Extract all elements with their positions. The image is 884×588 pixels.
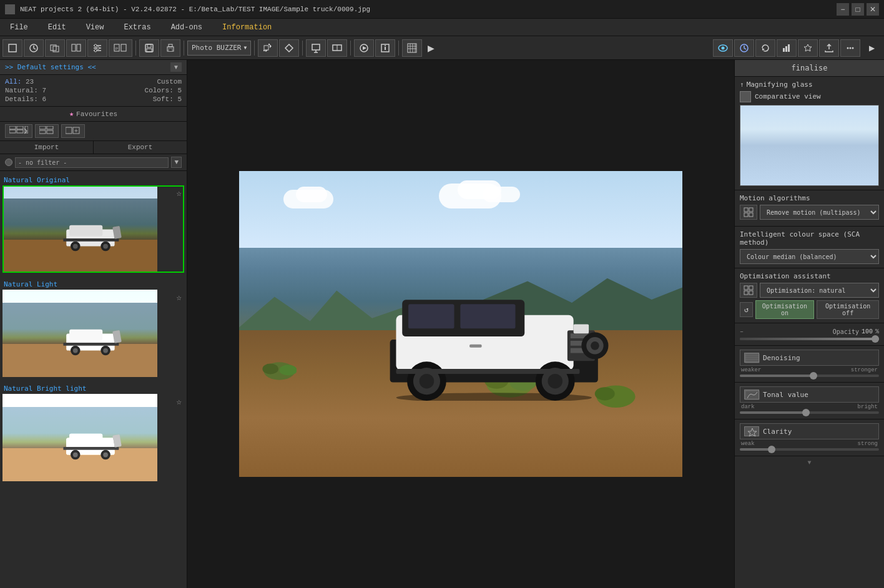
minimize-button[interactable]: − bbox=[837, 3, 849, 16]
opacity-slider[interactable] bbox=[740, 338, 879, 340]
svg-point-72 bbox=[104, 348, 109, 353]
refresh-right-button[interactable] bbox=[755, 39, 775, 57]
play-button[interactable] bbox=[354, 39, 374, 57]
grid-button[interactable] bbox=[402, 39, 422, 57]
clarity-header: Clarity bbox=[740, 423, 879, 439]
preset-header-close[interactable]: ▼ bbox=[170, 62, 182, 72]
left-panel: >> Default settings << ▼ All: 23 Custom … bbox=[0, 60, 187, 588]
eye-button[interactable] bbox=[713, 39, 733, 57]
arrow-right-end-button[interactable]: ▶ bbox=[862, 39, 882, 57]
svg-rect-49 bbox=[17, 126, 23, 129]
favourite-star-0[interactable]: ☆ bbox=[177, 188, 182, 198]
svg-marker-43 bbox=[804, 44, 812, 51]
svg-rect-40 bbox=[783, 48, 785, 52]
opt-refresh-btn[interactable]: ↺ bbox=[740, 302, 753, 317]
presets-list: Natural Original bbox=[0, 171, 187, 588]
resize-button[interactable] bbox=[258, 39, 278, 57]
clock-button[interactable] bbox=[734, 39, 754, 57]
export-button[interactable]: Export bbox=[94, 141, 187, 154]
center-image-area[interactable] bbox=[187, 60, 734, 588]
optimisation-off-btn[interactable]: Optimisation off bbox=[817, 300, 879, 319]
projects-button[interactable]: P bbox=[109, 39, 132, 57]
more-right-button[interactable] bbox=[840, 39, 860, 57]
optimisation-section: Optimisation assistant Optimisation: nat… bbox=[735, 268, 884, 323]
import-button[interactable]: Import bbox=[0, 141, 94, 154]
add-preset-btn[interactable]: + bbox=[61, 124, 85, 138]
svg-rect-54 bbox=[47, 126, 53, 129]
main-jeep bbox=[372, 278, 616, 401]
clarity-thumb[interactable] bbox=[768, 446, 775, 453]
optimisation-icon-btn[interactable] bbox=[740, 283, 757, 298]
opacity-thumb[interactable] bbox=[872, 335, 879, 343]
clouds-layer bbox=[283, 187, 358, 218]
menu-addons[interactable]: Add-ons bbox=[161, 21, 212, 34]
print-button[interactable] bbox=[160, 39, 180, 57]
menu-extras[interactable]: Extras bbox=[114, 21, 160, 34]
denoising-thumb[interactable] bbox=[810, 372, 817, 380]
tonal-thumb[interactable] bbox=[802, 409, 810, 416]
close-button[interactable]: ✕ bbox=[867, 3, 879, 16]
menu-view[interactable]: View bbox=[76, 21, 114, 34]
svg-rect-117 bbox=[744, 286, 748, 290]
motion-dropdown[interactable]: Remove motion (multipass) bbox=[760, 205, 879, 220]
tonal-slider[interactable] bbox=[740, 411, 879, 414]
transform-button[interactable] bbox=[279, 39, 299, 57]
menu-edit[interactable]: Edit bbox=[38, 21, 76, 34]
opacity-value: 100 bbox=[862, 328, 873, 335]
info-button[interactable] bbox=[375, 39, 395, 57]
svg-point-10 bbox=[97, 47, 99, 49]
comp-view-box[interactable] bbox=[740, 91, 751, 102]
menu-bar: File Edit View Extras Add-ons Informatio… bbox=[0, 19, 884, 36]
preset-thumbnail-natural-original[interactable]: ☆ bbox=[2, 185, 184, 273]
svg-rect-111 bbox=[396, 369, 579, 374]
new-button[interactable] bbox=[2, 39, 22, 57]
favourite-star-1[interactable]: ☆ bbox=[177, 292, 182, 303]
optimisation-buttons: ↺ Optimisation on Optimisation off bbox=[740, 300, 879, 319]
menu-file[interactable]: File bbox=[0, 21, 38, 34]
favourite-star-2[interactable]: ☆ bbox=[177, 396, 182, 407]
denoising-section: Denoising weaker stronger bbox=[735, 346, 884, 383]
jeep-silhouette bbox=[46, 220, 135, 253]
list-view-btn[interactable] bbox=[35, 124, 59, 138]
denoising-slider[interactable] bbox=[740, 375, 879, 377]
clarity-slider[interactable] bbox=[740, 448, 879, 451]
svg-point-80 bbox=[104, 453, 109, 458]
optimisation-dropdown[interactable]: Optimisation: natural bbox=[760, 283, 879, 298]
motion-algorithms-section: Motion algorithms Remove motion (multipa… bbox=[735, 190, 884, 227]
tonal-value-section: Tonal value dark bright bbox=[735, 383, 884, 419]
grid-save-btn[interactable] bbox=[5, 124, 32, 138]
star-right-button[interactable] bbox=[798, 39, 818, 57]
svg-point-64 bbox=[104, 244, 109, 249]
favourites-bar: ★ Favourites bbox=[0, 107, 187, 122]
chart-button[interactable] bbox=[777, 39, 797, 57]
optimisation-on-btn[interactable]: Optimisation on bbox=[755, 300, 815, 319]
svg-rect-20 bbox=[169, 49, 172, 51]
save-button[interactable] bbox=[139, 39, 159, 57]
photo-buzzer-dropdown[interactable]: Photo BUZZER ▼ bbox=[187, 41, 251, 56]
colour-dropdown[interactable]: Colour median (balanced) bbox=[740, 249, 879, 264]
preset-thumbnail-natural-bright[interactable]: ☆ bbox=[2, 394, 184, 481]
settings-button[interactable] bbox=[87, 39, 107, 57]
magnifying-glass-preview[interactable] bbox=[740, 105, 879, 186]
filter-dropdown[interactable]: - no filter - bbox=[15, 157, 169, 168]
svg-rect-22 bbox=[312, 44, 320, 50]
compare-button[interactable] bbox=[66, 39, 86, 57]
finalise-header: finalise bbox=[735, 60, 884, 77]
menu-information[interactable]: Information bbox=[212, 21, 282, 34]
dual-screen-button[interactable] bbox=[327, 39, 347, 57]
filter-dropdown-arrow[interactable]: ▼ bbox=[171, 157, 182, 168]
batch-button[interactable] bbox=[45, 39, 65, 57]
preset-thumbnail-natural-light[interactable]: ☆ bbox=[2, 290, 184, 377]
maximize-button[interactable]: □ bbox=[852, 3, 864, 16]
export-right-button[interactable] bbox=[819, 39, 839, 57]
magnifying-glass-section: ↑ Magnifying glass Comparative view bbox=[735, 77, 884, 190]
denoising-icon bbox=[744, 353, 759, 363]
history-button[interactable] bbox=[24, 39, 44, 57]
svg-rect-13 bbox=[121, 44, 126, 51]
svg-rect-65 bbox=[64, 238, 119, 242]
export-btn2[interactable] bbox=[306, 39, 326, 57]
svg-rect-119 bbox=[744, 291, 748, 295]
motion-icon-btn[interactable] bbox=[740, 205, 757, 220]
more-button[interactable]: ▶ bbox=[423, 39, 438, 57]
jeep-silhouette-light bbox=[46, 325, 135, 358]
